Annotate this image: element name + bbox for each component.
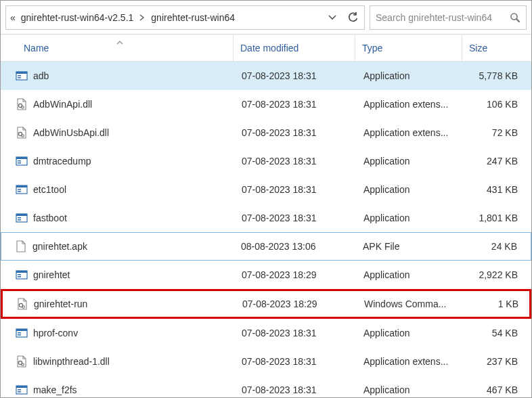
file-name: fastboot <box>33 213 67 223</box>
file-date: 08-08-2023 13:06 <box>241 241 316 252</box>
history-dropdown-button[interactable] <box>325 10 340 25</box>
file-icon <box>16 298 28 310</box>
file-row[interactable]: dmtracedump 07-08-2023 18:31 Application… <box>1 147 531 175</box>
file-name: gnirehtet-run <box>34 298 87 309</box>
file-row[interactable]: AdbWinUsbApi.dll 07-08-2023 18:31 Applic… <box>1 118 531 147</box>
file-type: Application <box>363 213 410 223</box>
column-header-date[interactable]: Date modified <box>234 35 355 61</box>
file-type: Application <box>363 156 410 167</box>
file-name: gnirehtet.apk <box>32 241 87 252</box>
sort-indicator-icon <box>116 36 123 47</box>
file-type: Application <box>363 70 410 81</box>
file-row[interactable]: adb 07-08-2023 18:31 Application 5,778 K… <box>1 62 531 90</box>
file-name: make_f2fs <box>33 384 77 395</box>
file-size: 24 KB <box>491 241 517 252</box>
file-size: 5,778 KB <box>479 70 518 81</box>
file-date: 07-08-2023 18:31 <box>242 328 317 338</box>
file-name: AdbWinApi.dll <box>33 99 92 110</box>
file-date: 07-08-2023 18:31 <box>242 70 317 81</box>
file-icon <box>16 98 28 110</box>
breadcrumb-segment-0[interactable]: gnirehtet-rust-win64-v2.5.1 <box>21 12 134 23</box>
search-input[interactable]: Search gnirehtet-rust-win64 <box>370 5 527 30</box>
file-row[interactable]: AdbWinApi.dll 07-08-2023 18:31 Applicati… <box>1 90 531 118</box>
file-name: gnirehtet <box>33 269 70 280</box>
file-name: adb <box>33 70 49 81</box>
address-toolbar: « gnirehtet-rust-win64-v2.5.1 gnirehtet-… <box>1 1 531 35</box>
file-icon <box>16 355 28 368</box>
column-header-size[interactable]: Size <box>462 35 526 61</box>
file-row[interactable]: make_f2fs 07-08-2023 18:31 Application 4… <box>1 376 531 398</box>
file-icon <box>16 127 28 139</box>
search-icon[interactable] <box>510 12 520 23</box>
file-type: Application extens... <box>363 356 448 367</box>
search-placeholder: Search gnirehtet-rust-win64 <box>376 12 510 23</box>
file-row[interactable]: gnirehtet-run 07-08-2023 18:29 Windows C… <box>1 289 531 319</box>
column-header-type-label: Type <box>362 43 382 53</box>
file-size: 106 KB <box>487 99 518 110</box>
file-date: 07-08-2023 18:31 <box>242 356 317 367</box>
file-list: adb 07-08-2023 18:31 Application 5,778 K… <box>1 62 531 398</box>
file-icon <box>16 212 28 224</box>
file-size: 2,922 KB <box>479 269 518 280</box>
file-row[interactable]: libwinpthread-1.dll 07-08-2023 18:31 App… <box>1 347 531 376</box>
file-icon <box>16 70 28 82</box>
column-header-name-label: Name <box>24 43 49 53</box>
chevron-right-icon[interactable] <box>139 12 146 23</box>
file-type: Application extens... <box>363 99 448 110</box>
file-type: Application <box>363 328 410 338</box>
file-size: 1,801 KB <box>479 213 518 223</box>
file-date: 07-08-2023 18:31 <box>242 184 317 195</box>
breadcrumb-truncated-indicator[interactable]: « <box>10 12 16 23</box>
file-row[interactable]: etc1tool 07-08-2023 18:31 Application 43… <box>1 175 531 204</box>
column-header-date-label: Date modified <box>240 43 298 53</box>
breadcrumb[interactable]: « gnirehtet-rust-win64-v2.5.1 gnirehtet-… <box>5 5 365 30</box>
file-name: dmtracedump <box>33 156 91 167</box>
column-header-name[interactable]: Name <box>6 35 234 61</box>
file-type: Application <box>363 384 410 395</box>
file-icon <box>16 183 28 196</box>
file-size: 431 KB <box>487 184 518 195</box>
file-type: Application <box>363 184 410 195</box>
file-size: 72 KB <box>492 127 518 138</box>
file-icon <box>16 269 28 281</box>
file-type: Application <box>363 269 410 280</box>
file-name: etc1tool <box>33 184 66 195</box>
file-date: 07-08-2023 18:31 <box>242 127 317 138</box>
file-name: libwinpthread-1.dll <box>33 356 110 367</box>
file-row[interactable]: hprof-conv 07-08-2023 18:31 Application … <box>1 319 531 347</box>
column-header-size-label: Size <box>469 43 487 53</box>
file-row[interactable]: fastboot 07-08-2023 18:31 Application 1,… <box>1 204 531 232</box>
file-date: 07-08-2023 18:31 <box>242 384 317 395</box>
breadcrumb-segment-1[interactable]: gnirehtet-rust-win64 <box>151 12 235 23</box>
file-icon <box>16 327 28 339</box>
file-icon <box>16 155 28 167</box>
file-name: hprof-conv <box>33 328 78 338</box>
file-date: 07-08-2023 18:29 <box>242 298 317 309</box>
file-size: 247 KB <box>487 156 518 167</box>
file-size: 467 KB <box>487 384 518 395</box>
file-name: AdbWinUsbApi.dll <box>33 127 109 138</box>
file-size: 237 KB <box>487 356 518 367</box>
file-date: 07-08-2023 18:29 <box>242 269 317 280</box>
file-size: 1 KB <box>498 298 518 309</box>
file-date: 07-08-2023 18:31 <box>242 213 317 223</box>
file-row[interactable]: gnirehtet.apk 08-08-2023 13:06 APK File … <box>1 232 531 261</box>
file-date: 07-08-2023 18:31 <box>242 156 317 167</box>
file-type: Windows Comma... <box>364 298 446 309</box>
refresh-button[interactable] <box>345 10 360 25</box>
column-headers: Name Date modified Type Size <box>1 35 531 62</box>
file-icon <box>15 240 27 252</box>
file-date: 07-08-2023 18:31 <box>242 99 317 110</box>
file-icon <box>16 384 28 396</box>
file-type: Application extens... <box>363 127 448 138</box>
file-size: 54 KB <box>492 328 518 338</box>
file-row[interactable]: gnirehtet 07-08-2023 18:29 Application 2… <box>1 261 531 289</box>
file-type: APK File <box>363 241 399 252</box>
column-header-type[interactable]: Type <box>355 35 462 61</box>
